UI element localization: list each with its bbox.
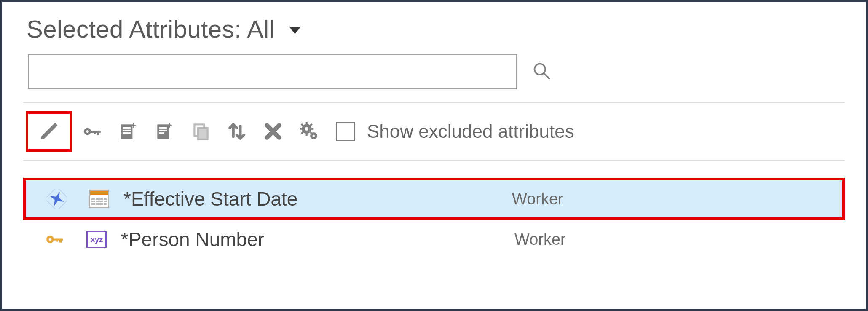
key-icon — [81, 121, 102, 142]
document-new-2-icon — [154, 121, 175, 142]
attribute-source: Worker — [514, 231, 835, 249]
svg-point-18 — [305, 127, 308, 131]
svg-rect-10 — [123, 132, 131, 134]
svg-point-3 — [86, 130, 88, 133]
type-badge: xyz — [75, 231, 118, 248]
header-title: Selected Attributes: All — [27, 15, 275, 43]
svg-rect-19 — [306, 122, 308, 124]
search-icon — [532, 62, 551, 80]
svg-rect-34 — [59, 239, 62, 243]
svg-rect-16 — [198, 128, 208, 139]
chevron-down-icon — [289, 27, 301, 34]
svg-rect-7 — [121, 124, 132, 139]
key-badge — [33, 229, 75, 249]
svg-rect-6 — [94, 131, 96, 134]
document-new-1-icon — [118, 121, 139, 142]
search-area — [23, 54, 845, 103]
text-xyz-icon: xyz — [86, 231, 107, 248]
svg-rect-13 — [159, 130, 167, 131]
pencil-icon — [38, 121, 59, 142]
settings-button[interactable] — [293, 115, 326, 148]
attribute-name: *Person Number — [118, 228, 514, 251]
attribute-list: *Effective Start Date Worker xyz *Pe — [23, 161, 845, 256]
svg-rect-20 — [306, 133, 308, 136]
svg-rect-21 — [300, 128, 302, 130]
key-gold-icon — [44, 229, 64, 249]
svg-rect-8 — [123, 127, 131, 129]
copy-icon — [190, 121, 211, 142]
copy-button[interactable] — [184, 115, 217, 148]
toolbar: Show excluded attributes — [23, 103, 845, 161]
edit-button[interactable] — [26, 111, 72, 152]
key-button[interactable] — [75, 115, 108, 148]
attribute-row-effective-start-date[interactable]: *Effective Start Date Worker — [23, 178, 845, 220]
svg-marker-29 — [47, 189, 67, 209]
svg-rect-35 — [56, 239, 58, 242]
svg-rect-9 — [123, 130, 131, 131]
svg-rect-12 — [159, 127, 167, 129]
svg-rect-5 — [97, 131, 99, 135]
required-star-icon — [47, 189, 67, 209]
type-badge — [78, 190, 120, 208]
remove-button[interactable] — [257, 115, 289, 148]
sort-arrows-icon — [226, 121, 247, 142]
new-doc-2-button[interactable] — [148, 115, 181, 148]
search-input[interactable] — [28, 54, 517, 89]
remove-x-icon — [263, 121, 284, 142]
header-dropdown[interactable]: Selected Attributes: All — [23, 15, 845, 43]
sort-button[interactable] — [220, 115, 253, 148]
panel-inner: Selected Attributes: All — [2, 2, 866, 256]
svg-rect-11 — [157, 124, 169, 139]
search-button[interactable] — [532, 62, 551, 82]
svg-rect-14 — [159, 132, 165, 134]
required-badge — [36, 189, 78, 209]
show-excluded-label: Show excluded attributes — [367, 121, 574, 142]
attribute-row-person-number[interactable]: xyz *Person Number Worker — [23, 223, 845, 256]
svg-line-1 — [544, 73, 549, 79]
attribute-source: Worker — [512, 190, 832, 208]
attribute-name: *Effective Start Date — [120, 188, 512, 210]
svg-rect-22 — [311, 128, 313, 130]
panel-frame: Selected Attributes: All — [0, 0, 868, 311]
new-doc-1-button[interactable] — [112, 115, 145, 148]
calendar-icon — [89, 190, 109, 208]
svg-point-32 — [49, 238, 51, 241]
gear-settings-icon — [299, 121, 320, 142]
show-excluded-checkbox[interactable] — [336, 122, 355, 141]
svg-point-28 — [313, 135, 315, 137]
